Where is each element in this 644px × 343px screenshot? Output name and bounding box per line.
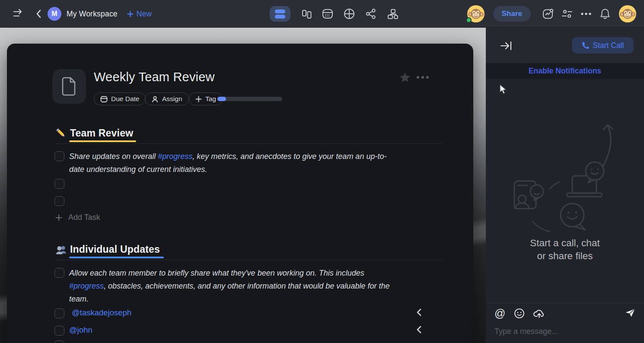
share-view-icon[interactable]	[365, 8, 377, 20]
task-checkbox[interactable]	[54, 151, 64, 161]
mention-link[interactable]: @john	[69, 325, 92, 335]
hashtag-link[interactable]: #progress	[69, 282, 104, 290]
document-menu-ellipsis-icon[interactable]	[415, 75, 430, 80]
monkey-avatar-icon	[619, 5, 636, 22]
sliders-icon[interactable]	[561, 8, 573, 20]
chat-toolbar: @	[494, 308, 545, 319]
section-divider	[55, 143, 443, 144]
mindmap-view-icon[interactable]	[343, 8, 355, 20]
chat-input-divider	[486, 303, 644, 303]
list-view-icon[interactable]	[270, 6, 290, 22]
sidebar-toggle-icon[interactable]	[12, 8, 25, 20]
document-card: Weekly Team Review Due Date Assign Tag	[7, 44, 473, 343]
workspace-name[interactable]: My Workspace	[67, 10, 118, 19]
org-chart-view-icon[interactable]	[386, 8, 399, 20]
progress-fill	[217, 97, 226, 101]
pencil-emoji-icon	[55, 127, 67, 139]
enable-notifications-button[interactable]: Enable Notifications	[486, 63, 644, 79]
chat-panel: Start Call Enable Notifications	[486, 28, 644, 343]
user-avatar[interactable]	[467, 5, 485, 22]
person-icon	[151, 95, 159, 103]
workspace-initial: M	[51, 10, 57, 18]
view-switcher	[270, 0, 399, 28]
due-date-button[interactable]: Due Date	[94, 92, 146, 105]
chat-panel-header: Start Call	[486, 28, 644, 63]
task-checkbox[interactable]	[54, 268, 64, 278]
task-checkbox[interactable]	[54, 179, 64, 189]
phone-icon	[582, 42, 589, 49]
task-checkbox[interactable]	[54, 326, 64, 336]
user-avatar[interactable]	[619, 5, 636, 22]
assign-button[interactable]: Assign	[145, 92, 189, 105]
start-call-button[interactable]: Start Call	[572, 37, 634, 54]
page-title[interactable]: Weekly Team Review	[94, 70, 215, 84]
progress-bar	[217, 97, 282, 101]
task-text[interactable]: Share updates on overall #progress, key …	[69, 150, 392, 176]
chevron-collapse-icon[interactable]	[415, 326, 422, 334]
bell-icon[interactable]	[599, 8, 611, 20]
plus-icon	[127, 11, 134, 17]
workspace-avatar[interactable]: M	[48, 7, 61, 21]
task-checkbox[interactable]	[54, 196, 64, 206]
calendar-small-icon	[100, 95, 108, 103]
online-status-dot	[466, 17, 472, 23]
message-input[interactable]	[494, 325, 633, 338]
app-window: M My Workspace New	[0, 0, 644, 343]
section-title[interactable]: Individual Updates	[70, 244, 160, 255]
section-divider	[55, 260, 443, 260]
people-emoji-icon	[55, 244, 67, 255]
chevron-collapse-icon[interactable]	[415, 308, 422, 317]
document-icon-tile[interactable]	[52, 69, 86, 104]
section-heading-individual-updates: Individual Updates	[55, 244, 160, 255]
plus-icon	[55, 214, 62, 221]
file-icon	[61, 77, 77, 96]
section-underline-blue	[69, 257, 164, 258]
cursor-pointer	[499, 84, 509, 95]
task-checkbox[interactable]	[54, 308, 64, 318]
cloud-upload-icon[interactable]	[533, 308, 545, 319]
collab-illustration	[508, 116, 622, 234]
back-icon[interactable]	[35, 8, 42, 19]
section-title[interactable]: Team Review	[70, 127, 133, 139]
at-icon[interactable]: @	[494, 308, 505, 319]
task-text[interactable]: Allow each team member to briefly share …	[69, 267, 392, 305]
ellipsis-icon[interactable]	[580, 8, 592, 20]
smiley-icon[interactable]	[514, 308, 525, 319]
section-heading-team-review: Team Review	[55, 127, 133, 139]
board-view-icon[interactable]	[300, 8, 312, 20]
section-underline-yellow	[69, 140, 136, 142]
task-checkbox[interactable]	[54, 340, 64, 343]
activity-icon[interactable]	[542, 8, 554, 20]
mention-link[interactable]: @taskadejoseph	[72, 308, 131, 318]
star-icon[interactable]	[399, 72, 411, 83]
share-button[interactable]: Share	[493, 6, 531, 22]
plus-icon	[195, 96, 202, 102]
add-task-button[interactable]: Add Task	[55, 213, 100, 222]
send-icon[interactable]	[624, 308, 636, 319]
chat-empty-state: Start a call, chat or share files	[486, 237, 644, 263]
panel-collapse-icon[interactable]	[500, 40, 513, 51]
hashtag-link[interactable]: #progress	[158, 152, 192, 161]
top-bar: M My Workspace New	[0, 0, 644, 28]
calendar-view-icon[interactable]	[322, 8, 334, 20]
new-button[interactable]: New	[127, 10, 152, 19]
